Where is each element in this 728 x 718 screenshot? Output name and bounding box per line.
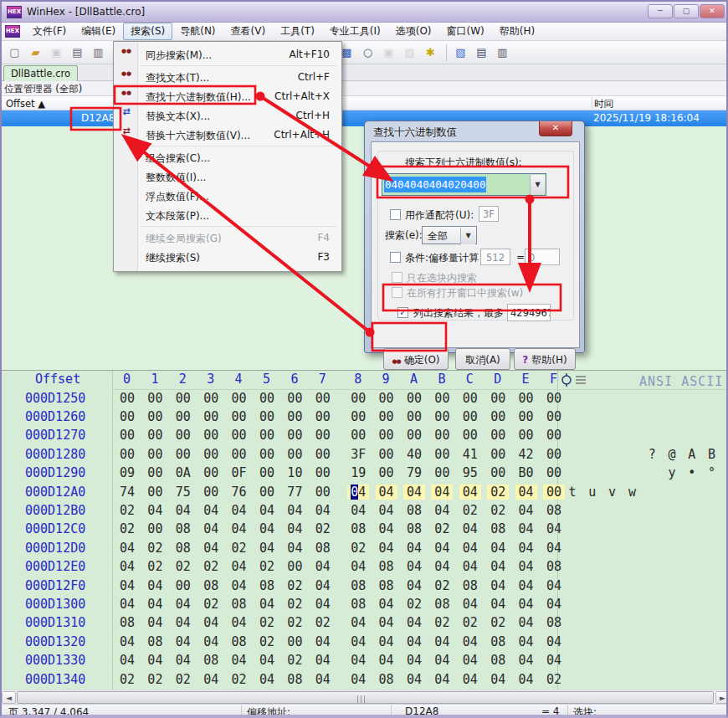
scrollbar-thumb[interactable] (17, 691, 714, 704)
hex-byte[interactable]: 02 (403, 597, 425, 612)
hex-byte[interactable]: 00 (116, 447, 138, 462)
hex-byte[interactable]: 00 (256, 409, 278, 424)
hex-row-000D1300[interactable]: 000D130004040402080402040804020804040404 (2, 597, 728, 615)
hex-byte[interactable]: 04 (347, 653, 369, 668)
hex-byte[interactable]: 00 (172, 391, 194, 406)
menu-item-5[interactable]: ⇄替换十六进制数值(V)...Ctrl+Alt+H (114, 126, 341, 145)
time-column-header[interactable]: 时间 (594, 98, 613, 110)
hex-byte[interactable]: 04 (431, 503, 453, 518)
hex-byte[interactable]: 04 (543, 578, 565, 593)
hex-byte[interactable]: 00 (284, 428, 305, 443)
hex-byte[interactable]: 00 (543, 391, 565, 406)
hex-byte[interactable]: 08 (200, 578, 222, 593)
hex-byte[interactable]: 04 (376, 615, 397, 630)
hex-byte[interactable]: 02 (228, 672, 250, 687)
hex-byte[interactable]: 04 (347, 485, 369, 500)
hex-byte[interactable]: 02 (543, 672, 565, 687)
hex-byte[interactable]: 08 (487, 521, 509, 536)
hex-byte[interactable]: 00 (144, 428, 166, 443)
hex-byte[interactable]: 04 (256, 597, 278, 612)
hex-byte[interactable]: 08 (256, 578, 278, 593)
document-icon[interactable]: HEX (5, 25, 20, 38)
hex-byte[interactable]: 02 (284, 597, 305, 612)
ok-button[interactable]: ●●确定(O) (383, 348, 449, 370)
condition-divisor-box[interactable]: 512 (480, 249, 510, 265)
hex-byte[interactable]: 08 (543, 503, 565, 518)
hex-byte[interactable]: 08 (376, 578, 397, 593)
hex-byte[interactable]: B0 (515, 465, 537, 480)
menu-9[interactable]: 帮助(H) (492, 23, 542, 40)
hex-byte[interactable]: 00 (431, 447, 453, 462)
hex-byte[interactable]: 04 (228, 559, 250, 574)
search-direction-combobox[interactable]: 全部 ▼ (422, 226, 477, 244)
hex-byte[interactable]: 04 (543, 653, 565, 668)
hex-byte[interactable]: 04 (172, 634, 194, 649)
hex-row-000D1310[interactable]: 000D131008040404040202020404040202020408 (2, 615, 728, 633)
hex-byte[interactable]: 04 (347, 634, 369, 649)
hex-byte[interactable]: 00 (172, 409, 194, 424)
hex-byte[interactable]: 00 (515, 409, 537, 424)
scroll-left-arrow[interactable]: ◄ (2, 691, 16, 704)
hex-byte[interactable]: 04 (172, 615, 194, 630)
hex-byte[interactable]: 00 (459, 409, 481, 424)
hex-byte[interactable]: 04 (284, 521, 305, 536)
close-button[interactable]: ✕ (700, 4, 725, 18)
hex-byte[interactable]: 04 (515, 578, 537, 593)
hex-byte[interactable]: 04 (403, 615, 425, 630)
tools-icon[interactable]: ✱ (421, 44, 440, 62)
hex-byte[interactable]: 00 (487, 391, 509, 406)
hex-byte[interactable]: 04 (256, 521, 278, 536)
hex-byte[interactable]: 00 (144, 485, 166, 500)
menu-1[interactable]: 编辑(E) (74, 23, 123, 40)
hex-byte[interactable]: 04 (403, 485, 425, 500)
hex-byte[interactable]: 04 (515, 521, 537, 536)
condition-checkbox[interactable] (390, 252, 401, 263)
menu-item-13[interactable]: 继续搜索(S)F3 (114, 248, 341, 267)
ascii-char[interactable]: ° (707, 465, 717, 480)
hex-byte[interactable]: 08 (347, 597, 369, 612)
hex-byte[interactable]: 04 (515, 503, 537, 518)
hex-byte[interactable]: 04 (200, 521, 222, 536)
hex-byte[interactable]: 08 (376, 672, 397, 687)
hex-byte[interactable]: 02 (487, 503, 509, 518)
ascii-char[interactable]: • (687, 465, 697, 480)
hex-byte[interactable]: 00 (487, 409, 509, 424)
hex-byte[interactable]: 04 (403, 672, 425, 687)
hex-byte[interactable]: 40 (403, 447, 425, 462)
hex-byte[interactable]: 19 (347, 465, 369, 480)
hex-byte[interactable]: 04 (487, 597, 509, 612)
hex-byte[interactable]: 04 (228, 521, 250, 536)
hex-byte[interactable]: 08 (228, 634, 250, 649)
hex-byte[interactable]: 02 (312, 615, 334, 630)
hex-byte[interactable]: 76 (228, 485, 250, 500)
chevron-down-icon[interactable]: ▼ (530, 175, 545, 194)
hex-byte[interactable]: 04 (487, 672, 509, 687)
hex-byte[interactable]: 08 (347, 521, 369, 536)
hex-byte[interactable]: 02 (487, 485, 509, 500)
hex-byte[interactable]: 00 (200, 409, 222, 424)
hex-byte[interactable]: 00 (200, 428, 222, 443)
hex-byte[interactable]: 04 (144, 615, 166, 630)
hex-byte[interactable]: 04 (459, 541, 481, 556)
hex-byte[interactable]: 04 (543, 597, 565, 612)
hex-byte[interactable]: 00 (312, 447, 334, 462)
hex-row-000D12B0[interactable]: 000D12B002040404040404040404080402020408 (2, 503, 728, 521)
hex-byte[interactable]: 04 (256, 653, 278, 668)
hex-byte[interactable]: 00 (515, 391, 537, 406)
hex-byte[interactable]: 02 (144, 672, 166, 687)
chevron-down-icon[interactable]: ▼ (460, 228, 475, 244)
wildcard-checkbox[interactable] (390, 209, 401, 220)
hex-byte[interactable]: 00 (284, 559, 305, 574)
hex-byte[interactable]: 08 (376, 559, 397, 574)
maximize-button[interactable]: ▢ (674, 4, 699, 18)
hex-byte[interactable]: 00 (543, 428, 565, 443)
hex-row-000D1260[interactable]: 000D126000000000000000000000000000000000 (2, 409, 728, 428)
hex-byte[interactable]: 00 (200, 485, 222, 500)
hex-byte[interactable]: 08 (543, 559, 565, 574)
hex-byte[interactable]: 00 (256, 485, 278, 500)
hex-byte[interactable]: 04 (144, 597, 166, 612)
hex-byte[interactable]: 00 (487, 428, 509, 443)
hex-byte[interactable]: 00 (347, 409, 369, 424)
hex-byte[interactable]: 00 (312, 465, 334, 480)
cursor-nibble[interactable]: 0 (351, 485, 358, 500)
